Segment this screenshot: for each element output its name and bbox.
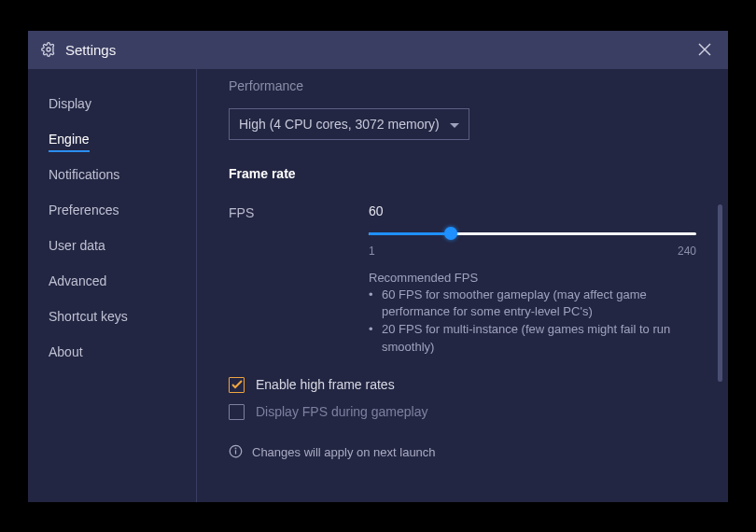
frame-rate-heading: Frame rate <box>229 166 696 181</box>
content-pane: Performance High (4 CPU cores, 3072 memo… <box>197 69 728 502</box>
settings-window: Settings Display Engine Notifications Pr… <box>28 31 728 502</box>
performance-select[interactable]: High (4 CPU cores, 3072 memory) <box>229 108 469 140</box>
close-icon <box>698 43 711 56</box>
slider-minmax: 1 240 <box>369 245 696 258</box>
body: Display Engine Notifications Preferences… <box>28 69 728 502</box>
scrollbar-thumb[interactable] <box>718 204 722 382</box>
slider-fill <box>369 232 451 235</box>
notice-row: Changes will apply on next launch <box>229 444 696 461</box>
recommended-fps-title: Recommended FPS <box>369 271 696 285</box>
window-title: Settings <box>65 42 116 58</box>
fps-row: FPS 60 1 240 Recommended FPS 60 FPS for … <box>229 203 696 357</box>
sidebar-item-label: Preferences <box>49 203 119 217</box>
sidebar-item-label: User data <box>49 238 105 253</box>
fps-label: FPS <box>229 203 369 357</box>
sidebar-item-label: About <box>49 344 83 359</box>
fps-slider[interactable] <box>369 228 696 241</box>
sidebar-item-label: Advanced <box>49 273 106 288</box>
recommended-fps-item: 20 FPS for multi-instance (few games mig… <box>369 321 696 357</box>
sidebar-item-display[interactable]: Display <box>49 86 91 121</box>
sidebar-item-preferences[interactable]: Preferences <box>49 192 119 228</box>
sidebar-item-label: Engine <box>49 132 90 147</box>
titlebar-left: Settings <box>41 42 116 58</box>
sidebar-item-notifications[interactable]: Notifications <box>49 157 119 192</box>
slider-thumb[interactable] <box>444 227 457 240</box>
enable-high-frame-rates-checkbox[interactable]: Enable high frame rates <box>229 377 696 393</box>
sidebar: Display Engine Notifications Preferences… <box>28 69 197 502</box>
info-icon <box>229 444 243 461</box>
sidebar-item-user-data[interactable]: User data <box>49 228 105 263</box>
sidebar-item-label: Shortcut keys <box>49 309 128 324</box>
sidebar-item-advanced[interactable]: Advanced <box>49 263 106 299</box>
gear-icon <box>41 42 56 57</box>
sidebar-item-label: Notifications <box>49 167 119 182</box>
recommended-fps-list: 60 FPS for smoother gameplay (may affect… <box>369 287 696 357</box>
sidebar-item-engine[interactable]: Engine <box>49 121 90 157</box>
checkbox-box <box>229 404 245 420</box>
sidebar-item-shortcut-keys[interactable]: Shortcut keys <box>49 299 128 334</box>
slider-max: 240 <box>678 245 696 258</box>
sidebar-item-label: Display <box>49 96 91 111</box>
display-fps-checkbox[interactable]: Display FPS during gameplay <box>229 404 696 420</box>
sidebar-item-about[interactable]: About <box>49 334 83 370</box>
slider-min: 1 <box>369 245 375 258</box>
checkbox-label: Display FPS during gameplay <box>256 404 427 419</box>
fps-value: 60 <box>369 203 696 218</box>
svg-point-0 <box>47 48 50 51</box>
checkbox-box <box>229 377 245 393</box>
titlebar: Settings <box>28 31 728 69</box>
performance-heading: Performance <box>229 78 696 93</box>
close-button[interactable] <box>694 39 715 60</box>
checkbox-label: Enable high frame rates <box>256 377 395 392</box>
fps-controls: 60 1 240 Recommended FPS 60 FPS for smoo… <box>369 203 696 357</box>
notice-text: Changes will apply on next launch <box>252 445 436 459</box>
chevron-down-icon <box>450 117 459 132</box>
svg-point-5 <box>235 448 236 449</box>
performance-select-value: High (4 CPU cores, 3072 memory) <box>239 117 440 132</box>
recommended-fps-item: 60 FPS for smoother gameplay (may affect… <box>369 287 696 322</box>
